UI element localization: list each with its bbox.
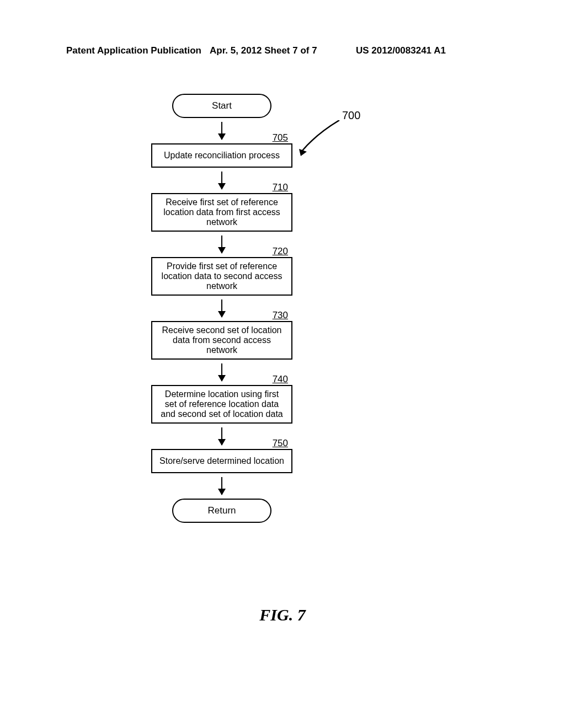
callout-swoosh-icon [298,120,348,159]
step-number: 710 [273,182,288,193]
arrow [150,473,294,499]
process-step-710: 710 Receive first set of reference locat… [151,193,292,232]
step-text: Provide first set of reference location … [159,261,285,291]
return-terminal: Return [172,499,271,523]
step-text: Receive first set of reference location … [159,197,285,227]
process-step-705: 705 Update reconciliation process [151,143,292,168]
process-step-750: 750 Store/serve determined location [151,449,292,473]
flowchart: Start 705 Update reconciliation process … [150,94,294,523]
header-publication: Patent Application Publication [66,45,201,56]
figure-label: FIG. 7 [0,606,565,624]
header-docket: US 2012/0083241 A1 [356,45,446,56]
header-date-sheet: Apr. 5, 2012 Sheet 7 of 7 [210,45,317,56]
step-number: 730 [273,310,288,321]
step-text: Receive second set of location data from… [159,325,285,355]
step-number: 750 [273,438,288,449]
process-step-730: 730 Receive second set of location data … [151,321,292,360]
process-step-720: 720 Provide first set of reference locat… [151,257,292,296]
step-number: 705 [273,132,288,143]
step-number: 720 [273,246,288,257]
step-text: Update reconciliation process [164,151,280,160]
process-step-740: 740 Determine location using first set o… [151,385,292,424]
step-text: Determine location using first set of re… [159,389,285,419]
step-number: 740 [273,374,288,385]
start-terminal: Start [172,94,271,118]
start-label: Start [212,100,232,111]
return-label: Return [207,505,236,516]
step-text: Store/serve determined location [159,456,284,466]
